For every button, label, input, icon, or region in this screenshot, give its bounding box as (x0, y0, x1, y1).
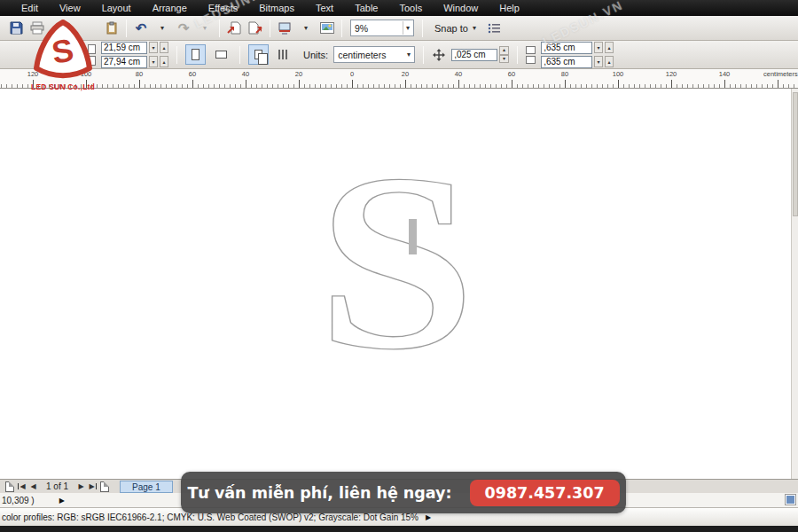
menu-arrange[interactable]: Arrange (142, 0, 198, 16)
next-page-icon: ▶ (78, 482, 83, 490)
undo-dropdown[interactable]: ▾ (153, 19, 172, 38)
ruler-unit-label: centimeters (763, 70, 798, 78)
toolbar-separator (126, 20, 127, 37)
all-pages-button[interactable] (248, 44, 269, 65)
combo-divider (403, 21, 403, 35)
app-window: Edit View Layout Arrange Effects Bitmaps… (0, 0, 798, 532)
snap-to-button[interactable]: Snap to ▾ (427, 19, 483, 38)
export-button[interactable] (246, 19, 265, 38)
status-flyout-icon[interactable]: ▶ (59, 497, 65, 505)
duplicate-distance-group: ▾ ▴ ▾ ▴ (541, 42, 614, 68)
paper-width-spin-down[interactable]: ▾ (149, 42, 158, 53)
paste-icon (106, 21, 118, 35)
menu-view[interactable]: View (49, 0, 91, 16)
application-launcher-button[interactable] (275, 19, 294, 38)
duplicate-x-spin-down[interactable]: ▾ (594, 42, 603, 53)
page-info: 1 of 1 (46, 481, 68, 491)
redo-button[interactable]: ↷ (174, 19, 193, 38)
paper-size-group: ▾ ▴ ▾ ▴ (101, 42, 168, 68)
page-tab[interactable]: Page 1 (120, 481, 173, 493)
menubar: Edit View Layout Arrange Effects Bitmaps… (0, 0, 798, 16)
menu-tools[interactable]: Tools (388, 0, 433, 16)
toolbar-separator (239, 46, 240, 64)
undo-button[interactable]: ↶ (131, 19, 151, 38)
duplicate-y-field[interactable] (541, 56, 592, 68)
landscape-button[interactable] (211, 44, 231, 65)
menu-layout[interactable]: Layout (91, 0, 142, 16)
first-page-button[interactable]: ◀ (16, 481, 27, 492)
duplicate-x-field[interactable] (541, 42, 592, 54)
chevron-down-icon: ▾ (304, 25, 308, 32)
ruler-label: 20 (402, 70, 409, 78)
toolbar-separator (423, 46, 424, 64)
vertical-scrollbar[interactable] (791, 89, 798, 479)
units-select[interactable]: centimeters ▾ (333, 46, 415, 63)
duplicate-x-spin-up[interactable]: ▴ (605, 42, 614, 53)
paper-height-spin-up[interactable]: ▴ (160, 56, 168, 67)
phone-number-button[interactable]: 0987.457.307 (470, 480, 620, 506)
menu-bitmaps[interactable]: Bitmaps (248, 0, 305, 16)
canvas-area[interactable]: S (0, 89, 798, 479)
status-flyout-icon[interactable]: ▶ (426, 513, 431, 521)
chevron-down-icon: ▾ (407, 51, 411, 59)
units-label: Units: (303, 50, 328, 60)
menu-edit[interactable]: Edit (11, 0, 49, 16)
chevron-down-icon: ▾ (160, 25, 164, 32)
add-page-before-button[interactable] (5, 481, 14, 492)
menu-window[interactable]: Window (433, 0, 489, 16)
letter-s-shape[interactable]: S (317, 121, 475, 402)
import-button[interactable] (224, 19, 244, 38)
portrait-icon (192, 49, 200, 60)
last-page-button[interactable]: ▶ (87, 481, 98, 492)
menu-table[interactable]: Table (344, 0, 388, 16)
paper-height-spin-down[interactable]: ▾ (149, 56, 158, 67)
duplicate-distance-icons (526, 46, 536, 64)
ruler-label: 80 (561, 70, 568, 78)
menu-text[interactable]: Text (305, 0, 344, 16)
redo-dropdown[interactable]: ▾ (195, 19, 215, 38)
first-page-icon (18, 483, 19, 489)
next-page-button[interactable]: ▶ (75, 481, 87, 492)
add-page-after-button[interactable] (100, 481, 109, 492)
paper-height-field[interactable] (101, 56, 147, 68)
menu-help[interactable]: Help (489, 0, 530, 16)
horizontal-ruler[interactable]: 120 100 80 60 40 20 0 20 40 60 80 100 12… (0, 69, 798, 89)
menu-effects[interactable]: Effects (198, 0, 248, 16)
all-pages-icon (254, 50, 262, 59)
paper-width-field[interactable] (101, 42, 147, 54)
duplicate-y-spin-down[interactable]: ▾ (594, 56, 603, 67)
spin-up-icon[interactable]: ▴ (499, 46, 509, 55)
toolbar-separator (219, 20, 220, 37)
current-page-button[interactable] (274, 44, 294, 65)
options-button[interactable] (485, 19, 505, 38)
chevron-down-icon: ▾ (406, 25, 410, 32)
nudge-distance-field[interactable] (451, 49, 497, 61)
vertical-scrollbar-thumb[interactable] (793, 92, 798, 216)
paste-button[interactable] (102, 19, 121, 38)
duplicate-x-icon (526, 46, 536, 54)
toolbar-separator (422, 20, 423, 37)
launcher-dropdown[interactable]: ▾ (296, 19, 316, 38)
toolbar-separator (270, 20, 270, 37)
ledsun-logo: S LED SUN Co.,Ltd (25, 19, 101, 91)
ledsun-logo-text: LED SUN Co.,Ltd (25, 82, 101, 91)
toolbar-separator (341, 20, 342, 37)
landscape-icon (215, 51, 227, 59)
portrait-button[interactable] (185, 44, 206, 65)
nudge-spinner[interactable]: ▴ ▾ (499, 46, 509, 63)
ruler-label: 140 (719, 70, 731, 78)
drawing-surface: S (0, 89, 798, 479)
previous-page-button[interactable]: ◀ (27, 481, 39, 492)
duplicate-y-spin-up[interactable]: ▴ (605, 56, 614, 67)
contact-overlay-bar: Tư vấn miễn phí, liên hệ ngay: 0987.457.… (181, 472, 626, 513)
zoom-level-select[interactable]: 9% ▾ (350, 20, 414, 36)
duplicate-y-icon (526, 56, 536, 64)
chevron-down-icon: ▾ (203, 25, 207, 32)
color-profiles-text: color profiles: RGB: sRGB IEC61966-2.1; … (2, 512, 419, 522)
export-icon (248, 21, 262, 35)
paper-width-spin-up[interactable]: ▴ (160, 42, 168, 53)
ruler-label: 20 (295, 70, 302, 78)
spin-down-icon[interactable]: ▾ (499, 55, 509, 64)
welcome-screen-button[interactable] (317, 19, 337, 38)
save-button[interactable] (6, 19, 26, 38)
